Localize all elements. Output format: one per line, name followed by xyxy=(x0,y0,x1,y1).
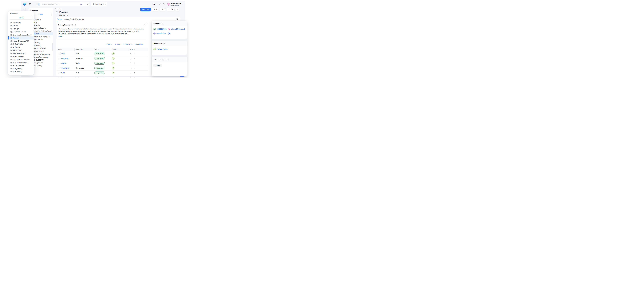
search-input[interactable]: Search for Data Assets xyxy=(42,3,80,5)
edit-term-icon[interactable] xyxy=(134,53,135,54)
comments-icon[interactable] xyxy=(74,24,77,26)
status-filter-dropdown[interactable]: Status xyxy=(106,43,112,45)
help-icon[interactable] xyxy=(163,3,165,5)
status-badge: Approved xyxy=(94,67,105,69)
domains-dropdown[interactable]: All Domains xyxy=(91,2,107,6)
collapse-description-icon[interactable] xyxy=(144,23,146,26)
add-child-term-icon[interactable] xyxy=(130,62,132,64)
scrollbar[interactable] xyxy=(33,46,33,48)
request-tags-icon[interactable] xyxy=(162,58,165,61)
edit-owners-icon[interactable] xyxy=(161,22,164,25)
glossary-item-concepts[interactable]: Concepts xyxy=(8,27,34,30)
glossary-item-operations-management[interactable]: Operations Management xyxy=(8,58,34,61)
glossary-item-customer-success[interactable]: Customer Success xyxy=(8,30,34,33)
glossary-item-sc-glossary[interactable]: SC-GLOSSARY xyxy=(8,64,34,67)
glossary-item-finance[interactable]: Finance xyxy=(8,36,34,39)
edit-term-icon[interactable] xyxy=(134,67,135,69)
request-description-icon[interactable] xyxy=(72,24,74,26)
owner-avatar[interactable]: P xyxy=(112,72,114,74)
more-owners-badge[interactable]: +8 xyxy=(168,32,170,35)
notifications-bell-icon[interactable] xyxy=(159,3,161,5)
user-chip[interactable]: 113005639003 xyxy=(154,28,166,30)
book-icon xyxy=(10,71,12,72)
drag-handle-icon[interactable]: ⋮⋮ xyxy=(58,53,59,54)
ai-sparkles-icon[interactable] xyxy=(37,3,40,6)
term-description: Capital xyxy=(74,62,93,64)
add-child-term-icon[interactable] xyxy=(130,53,132,54)
user-chip[interactable]: Aacvanlinden xyxy=(154,32,166,34)
term-link[interactable]: Compliance xyxy=(61,67,70,69)
columns-button[interactable]: Columns xyxy=(135,43,143,45)
owner-avatar[interactable]: P xyxy=(112,62,114,64)
glossary-item-marketing[interactable]: Marketing xyxy=(8,46,34,49)
edit-tags-icon[interactable] xyxy=(159,58,162,61)
user-chip[interactable]: PPrajwal Pandit xyxy=(154,48,168,50)
expand-row-icon[interactable] xyxy=(60,62,61,64)
add-child-term-icon[interactable] xyxy=(130,57,132,59)
breadcrumb[interactable]: Glossaries xyxy=(55,8,62,10)
search-scope-dropdown[interactable]: All xyxy=(80,3,84,5)
edit-term-icon[interactable] xyxy=(134,72,135,74)
owner-avatar[interactable]: P xyxy=(112,52,114,55)
app-logo-icon[interactable] xyxy=(23,2,26,6)
drag-handle-icon[interactable]: ⋮⋮ xyxy=(58,63,59,64)
tags-comments-icon[interactable] xyxy=(166,58,168,61)
drag-handle-icon[interactable]: ⋮⋮ xyxy=(58,77,59,77)
glossary-item-test-glossary[interactable]: Test_glossary xyxy=(8,67,34,70)
collapse-panel-icon[interactable] xyxy=(176,18,178,20)
expand-all-button[interactable]: Expand All xyxy=(123,43,132,45)
add-child-term-icon[interactable] xyxy=(130,72,132,74)
sidebar-toggle-icon[interactable] xyxy=(29,3,31,5)
edit-term-icon[interactable] xyxy=(134,58,135,59)
expand-row-icon[interactable] xyxy=(60,72,61,73)
glossary-item-nuevo-glosario[interactable]: Nuevo Glosario xyxy=(8,55,34,58)
more-options-kebab-icon[interactable]: ⋮ xyxy=(176,8,180,11)
drag-handle-icon[interactable]: ⋮⋮ xyxy=(58,58,59,59)
glossary-item-human-resources-hr-[interactable]: Human Resources (HR) xyxy=(8,39,34,42)
term-link[interactable]: Debt xyxy=(61,72,64,74)
edit-table-button[interactable]: Edit xyxy=(115,43,120,45)
glossary-item-new-testglossary[interactable]: New_testGlossary xyxy=(8,52,34,55)
edit-reviewers-icon[interactable] xyxy=(164,42,166,45)
owner-avatar[interactable]: P xyxy=(112,57,114,59)
upvote-button[interactable]: 1 xyxy=(152,8,158,11)
global-search[interactable]: Search for Data Assets All xyxy=(36,2,90,6)
glossary-item-testglossary[interactable]: TestGlossary xyxy=(8,70,34,73)
language-dropdown[interactable]: EN xyxy=(153,3,156,5)
expand-row-icon[interactable] xyxy=(60,58,61,59)
glossary-item-release-test-glossary[interactable]: Release Test Glossary xyxy=(8,61,34,64)
glossary-item-enterprise-business-terms[interactable]: Enterprise Business Terms xyxy=(8,33,34,36)
drag-handle-icon[interactable]: ⋮⋮ xyxy=(58,67,59,68)
glossary-item-myglossary[interactable]: MyGlossary xyxy=(8,49,34,52)
drag-handle-icon[interactable]: ⋮⋮ xyxy=(58,72,59,73)
user-avatar[interactable]: R xyxy=(167,3,170,5)
term-link[interactable]: Capital xyxy=(61,62,66,64)
edit-term-icon[interactable] xyxy=(134,62,135,64)
user-chip[interactable]: AAhmed Mohamed xyxy=(168,28,184,30)
glossary-item-jetstat-metrics[interactable]: JetStat Metrics xyxy=(8,42,34,46)
edit-description-icon[interactable] xyxy=(68,24,71,26)
glossary-item-accounting[interactable]: Accounting xyxy=(8,21,34,24)
add-child-term-icon[interactable] xyxy=(130,67,132,69)
search-icon[interactable] xyxy=(86,3,88,5)
add-glossary-button[interactable]: + Add xyxy=(10,16,32,19)
owner-avatar[interactable]: P xyxy=(112,67,114,69)
expand-row-icon[interactable] xyxy=(60,67,61,69)
add-term-button[interactable]: Add term xyxy=(140,8,151,11)
expand-row-icon[interactable] xyxy=(60,53,61,54)
expand-row-icon[interactable] xyxy=(60,77,61,77)
glossary-item-clients[interactable]: Clients xyxy=(8,24,34,27)
version-button[interactable]: 0.6 xyxy=(167,8,174,11)
term-link[interactable]: Budgeting xyxy=(61,57,68,59)
downvote-button[interactable]: 0 xyxy=(160,8,166,11)
user-menu[interactable]: R Rounakpreet.d Data Steward xyxy=(167,2,184,6)
scrollbar[interactable] xyxy=(52,43,52,51)
tag-chip[interactable]: URL xyxy=(154,64,162,67)
description-more-link[interactable]: more xyxy=(57,35,62,37)
home-icon[interactable] xyxy=(23,8,26,10)
tab-activity[interactable]: Activity Feeds & Tasks 15 xyxy=(64,17,84,21)
table-row-budgeting: ⋮⋮BudgetingBudgetingApprovedP xyxy=(56,56,148,61)
tab-terms[interactable]: Terms xyxy=(57,17,62,21)
copy-icon[interactable] xyxy=(66,14,68,16)
term-link[interactable]: Audit xyxy=(61,53,65,54)
